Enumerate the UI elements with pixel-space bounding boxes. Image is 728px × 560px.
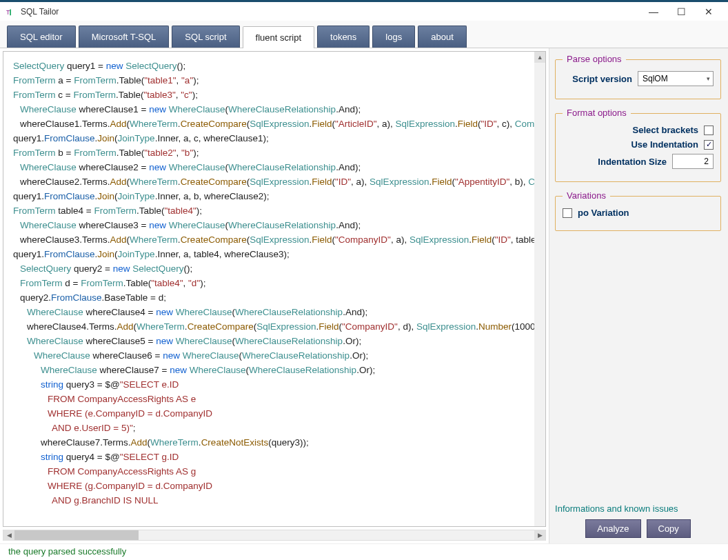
- status-text: the query parsed successfully: [8, 546, 126, 557]
- horizontal-scrollbar[interactable]: ◀ ▶: [3, 530, 546, 541]
- tab-logs[interactable]: logs: [372, 26, 415, 48]
- scroll-left-icon[interactable]: ◀: [3, 530, 14, 541]
- use-indentation-label: Use Indentation: [563, 139, 698, 150]
- close-button[interactable]: ✕: [695, 2, 722, 21]
- svg-text:T: T: [6, 8, 10, 15]
- tab-about[interactable]: about: [418, 26, 467, 48]
- script-version-label: Script version: [563, 74, 632, 84]
- indentation-size-input[interactable]: [672, 154, 714, 169]
- right-panel: Parse options Script version SqlOM ▾ For…: [549, 48, 728, 543]
- variations-title: Variations: [563, 190, 610, 201]
- status-bar: the query parsed successfully: [0, 543, 728, 560]
- chevron-down-icon: ▾: [707, 75, 710, 82]
- format-options-group: Format options Select brackets Use Inden…: [555, 113, 721, 182]
- scroll-right-icon[interactable]: ▶: [534, 530, 545, 541]
- parse-options-title: Parse options: [563, 54, 626, 64]
- tab-tokens[interactable]: tokens: [317, 26, 370, 48]
- variations-group: Variations po Variation: [555, 196, 721, 231]
- use-indentation-checkbox[interactable]: ✓: [704, 140, 714, 150]
- scroll-up-icon[interactable]: ▲: [534, 52, 545, 63]
- script-version-value: SqlOM: [643, 74, 668, 83]
- tabs-bar: SQL editor Microsoft T-SQL SQL script fl…: [0, 21, 728, 48]
- format-options-title: Format options: [563, 108, 631, 118]
- tab-sql-editor[interactable]: SQL editor: [7, 26, 76, 48]
- hscroll-thumb[interactable]: [14, 530, 139, 540]
- minimize-button[interactable]: —: [640, 2, 667, 21]
- parse-options-group: Parse options Script version SqlOM ▾: [555, 59, 721, 99]
- info-link[interactable]: Informations and known issues: [555, 503, 721, 514]
- script-version-select[interactable]: SqlOM ▾: [638, 71, 714, 86]
- tab-fluent-script[interactable]: fluent script: [243, 26, 314, 48]
- po-variation-label: po Variation: [578, 208, 629, 218]
- po-variation-checkbox[interactable]: [563, 208, 572, 218]
- app-title: SQL Tailor: [21, 7, 59, 17]
- tab-microsoft-tsql[interactable]: Microsoft T-SQL: [79, 26, 170, 48]
- analyze-button[interactable]: Analyze: [585, 519, 640, 538]
- titlebar: T SQL Tailor — ☐ ✕: [0, 0, 728, 21]
- copy-button[interactable]: Copy: [647, 519, 691, 538]
- code-editor[interactable]: ▲ SelectQuery query1 = new SelectQuery()…: [3, 51, 546, 527]
- select-brackets-label: Select brackets: [563, 125, 698, 135]
- select-brackets-checkbox[interactable]: [704, 126, 714, 135]
- tab-sql-script[interactable]: SQL script: [172, 26, 239, 48]
- svg-rect-1: [10, 9, 11, 15]
- app-icon: T: [6, 6, 17, 17]
- vertical-scrollbar[interactable]: ▲: [534, 52, 545, 526]
- maximize-button[interactable]: ☐: [667, 2, 695, 21]
- indentation-size-label: Indentation Size: [563, 157, 667, 167]
